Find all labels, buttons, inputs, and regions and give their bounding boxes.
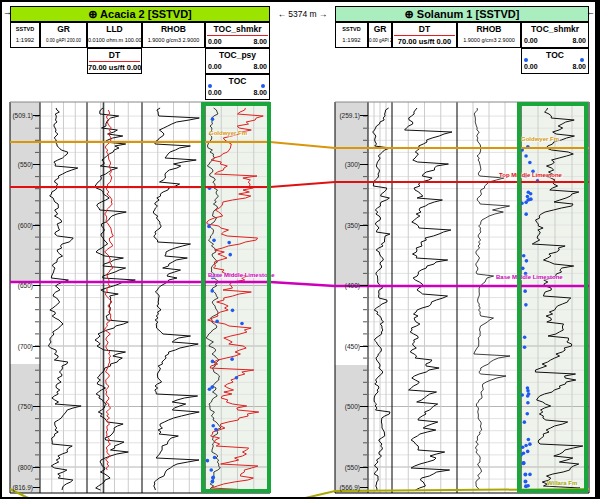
depth-major-tick (33, 285, 40, 286)
acacia-tocpsy-scale-max: 8.00 (253, 61, 267, 72)
solanum-rhob-scale: 1.9000 g/cm3 2.9000 (458, 35, 520, 46)
solanum-sstvd-header-cell[interactable]: SSTVD 1:1992 (335, 22, 368, 48)
depth-label: (566.9) (335, 484, 360, 491)
depth-major-tick (360, 164, 368, 165)
solanum-tocshmkr-scale-max: 8.00 (572, 35, 586, 46)
depth-major-tick (360, 115, 368, 116)
depth-major-tick (33, 225, 40, 226)
acacia-lld-header-cell[interactable]: LLD 0.0100 ohm.m 100.0000 (87, 22, 142, 48)
toc-point-style-dot-left (208, 84, 212, 88)
acacia-toc-header-cell[interactable]: TOC 0.00 8.00 (205, 74, 270, 100)
toc-point-style-dot-left (524, 58, 528, 62)
acacia-tocpsy-header-cell[interactable]: TOC_psy 0.00 8.00 (205, 48, 270, 74)
acacia-toc-label: TOC (206, 75, 269, 87)
toc-point-style-dot-right (580, 58, 584, 62)
acacia-rhob-label: RHOB (143, 23, 204, 35)
depth-major-tick (360, 346, 368, 347)
solanum-rhob-header-cell[interactable]: RHOB 1.9000 g/cm3 2.9000 (457, 22, 521, 48)
acacia-tocshmkr-label: TOC_shmkr (206, 23, 269, 35)
acacia-rhob-scale: 1.9000 g/cm3 2.9000 (143, 35, 204, 46)
depth-label: (350) (335, 221, 360, 228)
depth-major-tick (33, 467, 40, 468)
acacia-toc-scale-max: 8.00 (253, 87, 267, 98)
arrow-right-icon: → (319, 9, 328, 19)
arrow-left-icon: ← (278, 9, 287, 19)
solanum-gr-header-cell[interactable]: GR 0.00 gAPI 200.00 (368, 22, 392, 48)
solanum-dt-header-cell[interactable]: DT 70.00 us/ft 0.00 (392, 22, 457, 48)
depth-label: (300) (335, 161, 360, 168)
acacia-gr-scale: 0.00 gAPI 200.00 (41, 35, 86, 46)
acacia-dt-scale: 70.00 us/ft 0.00 (88, 62, 141, 73)
solanum-sstvd-label: SSTVD (336, 23, 367, 35)
solanum-dt-scale: 70.00 us/ft 0.00 (393, 36, 456, 47)
solanum-zone-band (335, 286, 368, 365)
acacia-toc-scale-min: 0.00 (208, 87, 222, 98)
solanum-toc-highlight-box[interactable] (517, 102, 588, 493)
log-plot-area[interactable] (2, 2, 600, 499)
left-edge-arrow-icon: → (3, 8, 12, 17)
solanum-gr-scale: 0.00 gAPI 200.00 (369, 35, 391, 46)
acacia-sstvd-header-cell[interactable]: SSTVD 1:1992 (10, 22, 40, 48)
solanum-gr-label: GR (369, 23, 391, 35)
acacia-zone-band (10, 283, 40, 364)
well-correlation-window: Goldwyer Fm Goldwyer Fm Top Middle Limes… (0, 0, 600, 499)
depth-major-tick (360, 225, 368, 226)
right-edge-arrow-icon: ← (586, 8, 595, 17)
solanum-sstvd-scale: 1:1992 (336, 35, 367, 46)
solanum-tocshmkr-label: TOC_shmkr (522, 23, 588, 35)
depth-label: (400) (335, 282, 360, 289)
depth-label: (750) (10, 403, 33, 410)
depth-major-tick (360, 406, 368, 407)
depth-major-tick (33, 164, 40, 165)
depth-label: (800) (10, 463, 33, 470)
depth-major-tick (360, 467, 368, 468)
solanum-tocshmkr-header-cell[interactable]: TOC_shmkr 0.00 8.00 (521, 22, 589, 48)
solanum-toc-header-cell[interactable]: TOC 0.00 8.00 (521, 48, 589, 74)
acacia-dt-label: DT (88, 49, 141, 61)
depth-label: (700) (10, 342, 33, 349)
solanum-dt-label: DT (393, 23, 456, 35)
acacia-toc-highlight-box[interactable] (201, 102, 271, 493)
right-border-bar (595, 2, 600, 499)
depth-major-tick (360, 487, 368, 488)
depth-major-tick (360, 285, 368, 286)
acacia-gr-label: GR (41, 23, 86, 35)
acacia-tocshmkr-scale-max: 8.00 (253, 36, 267, 47)
depth-label: (259.1) (335, 112, 360, 119)
acacia-tocshmkr-scale-min: 0.00 (208, 36, 222, 47)
well-distance-annotation: ← 5374 m → (270, 6, 335, 21)
depth-label: (450) (335, 342, 360, 349)
acacia-dt-header-cell[interactable]: DT 70.00 us/ft 0.00 (87, 48, 142, 74)
solanum-rhob-label: RHOB (458, 23, 520, 35)
solanum-toc-scale-min: 0.00 (524, 61, 538, 72)
depth-label: (816.9) (10, 484, 33, 491)
acacia-lld-scale: 0.0100 ohm.m 100.0000 (88, 35, 141, 46)
acacia-tocshmkr-header-cell[interactable]: TOC_shmkr 0.00 8.00 (205, 22, 270, 48)
depth-label: (650) (10, 282, 33, 289)
depth-major-tick (33, 406, 40, 407)
depth-label: (550) (335, 463, 360, 470)
depth-label: (550) (10, 161, 33, 168)
distance-value: 5374 m (288, 9, 316, 19)
acacia-gr-header-cell[interactable]: GR 0.00 gAPI 200.00 (40, 22, 87, 48)
depth-major-tick (33, 346, 40, 347)
acacia-sstvd-scale: 1:1992 (11, 35, 39, 46)
acacia-well-titlebar[interactable]: ⊕ Acacia 2 [SSTVD] (10, 6, 270, 22)
solanum-toc-label: TOC (522, 49, 588, 61)
acacia-tocpsy-scale-min: 0.00 (208, 61, 222, 72)
depth-major-tick (33, 115, 40, 116)
toc-point-style-dot-right (261, 84, 265, 88)
solanum-tocshmkr-scale-min: 0.00 (524, 35, 538, 46)
depth-label: (600) (10, 221, 33, 228)
solanum-well-titlebar[interactable]: ⊕ Solanum 1 [SSTVD] (335, 6, 589, 22)
acacia-sstvd-label: SSTVD (11, 23, 39, 35)
acacia-lld-label: LLD (88, 23, 141, 35)
acacia-rhob-header-cell[interactable]: RHOB 1.9000 g/cm3 2.9000 (142, 22, 205, 48)
depth-label: (500) (335, 403, 360, 410)
depth-major-tick (33, 487, 40, 488)
solanum-toc-scale-max: 8.00 (572, 61, 586, 72)
acacia-tocpsy-label: TOC_psy (206, 49, 269, 61)
depth-label: (509.1) (10, 112, 33, 119)
